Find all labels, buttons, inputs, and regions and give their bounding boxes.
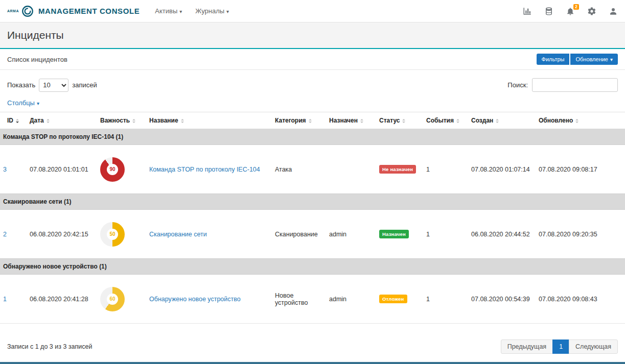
cell-severity: 60 [97,275,146,324]
cell-status: Не назначен [376,145,423,194]
cell-id: 1 [0,275,27,324]
database-icon[interactable] [544,7,553,16]
sort-icon [575,119,578,123]
cell-id: 3 [0,145,27,194]
column-header-events[interactable]: События [423,112,468,129]
search-label: Поиск: [507,81,528,89]
group-title: Команда STOP по протоколу IEC-104 (1) [0,129,625,145]
cell-status: Отложен [376,275,423,324]
update-button[interactable]: Обновление [570,54,618,65]
cell-date: 07.08.2020 01:01:01 [27,145,97,194]
sort-icon [456,119,459,123]
cell-name: Команда STOP по протоколу IEC-104 [146,145,272,194]
cell-assignee: admin [326,210,376,259]
group-title: Обнаружено новое устройство (1) [0,259,625,275]
table-controls: Показать 10 записей Поиск: [0,70,625,97]
cell-category: Новое устройство [272,275,326,324]
cell-severity: 90 [97,145,146,194]
cell-severity: 50 [97,210,146,259]
sort-icon [181,119,184,123]
filters-button[interactable]: Фильтры [537,54,570,65]
cell-assignee: admin [326,275,376,324]
sort-icon [309,119,312,123]
cell-date: 06.08.2020 20:41:28 [27,275,97,324]
cell-name: Сканирование сети [146,210,272,259]
incidents-card: Список инцидентов Фильтры Обновление Пок… [0,49,625,362]
cell-name: Обнаружено новое устройство [146,275,272,324]
column-header-assignee[interactable]: Назначен [326,112,376,129]
column-header-id[interactable]: ID [0,112,27,129]
menu-assets[interactable]: Активы [155,7,182,15]
top-navbar: ARMA MANAGEMENT CONSOLE Активы Журналы 2 [0,0,625,22]
navbar-icons: 2 [523,7,618,16]
gear-icon[interactable] [587,7,596,16]
card-title: Список инцидентов [7,56,67,63]
next-page-button[interactable]: Следующая [569,339,618,354]
sort-icon [16,119,19,123]
search-input[interactable] [532,78,618,92]
cell-category: Атака [272,145,326,194]
cell-status: Назначен [376,210,423,259]
cell-created: 07.08.2020 00:54:39 [468,275,536,324]
incidents-table: ID Дата Важность Название Категория Назн… [0,112,625,324]
status-badge: Назначен [379,230,409,238]
page-titlebar: Инциденты [0,22,625,49]
page-title: Инциденты [7,29,64,41]
entries-label: записей [72,81,97,89]
group-title: Сканирование сети (1) [0,194,625,210]
cell-events: 1 [423,145,468,194]
column-header-created[interactable]: Создан [468,112,536,129]
cell-assignee [326,145,376,194]
show-entries: Показать 10 записей [7,79,97,92]
status-badge: Не назначен [379,165,416,174]
incident-name-link[interactable]: Команда STOP по протоколу IEC-104 [149,166,260,173]
incident-name-link[interactable]: Сканирование сети [149,231,207,238]
cell-updated: 07.08.2020 09:20:35 [536,210,625,259]
brand[interactable]: ARMA MANAGEMENT CONSOLE [7,5,140,18]
incident-id-link[interactable]: 2 [3,231,7,238]
arma-spiral-logo-icon [21,5,34,18]
incident-id-link[interactable]: 1 [3,296,7,303]
show-label: Показать [7,81,35,89]
severity-value: 50 [109,231,115,237]
sort-icon [402,119,405,123]
cell-date: 06.08.2020 20:42:15 [27,210,97,259]
group-header-row: Команда STOP по протоколу IEC-104 (1) [0,129,625,145]
column-header-name[interactable]: Название [146,112,272,129]
cell-id: 2 [0,210,27,259]
cell-created: 06.08.2020 20:44:52 [468,210,536,259]
column-header-date[interactable]: Дата [27,112,97,129]
incident-name-link[interactable]: Обнаружено новое устройство [149,296,241,303]
column-header-status[interactable]: Статус [376,112,423,129]
cell-events: 1 [423,275,468,324]
bell-icon[interactable]: 2 [566,7,575,16]
page-size-select[interactable]: 10 [39,79,68,92]
user-icon[interactable] [609,7,618,16]
severity-donut-chart: 90 [100,157,125,182]
severity-donut-chart: 50 [100,222,125,247]
table-row: 2 06.08.2020 20:42:15 50 Сканирование се… [0,210,625,259]
bottom-accent-bar [0,362,625,364]
chart-icon[interactable] [523,7,532,16]
column-header-category[interactable]: Категория [272,112,326,129]
columns-button[interactable]: Столбцы [7,99,39,107]
cell-updated: 07.08.2020 09:08:17 [536,145,625,194]
previous-page-button[interactable]: Предыдущая [501,339,553,354]
arma-logo-text: ARMA [7,9,19,13]
column-header-updated[interactable]: Обновлено [536,112,625,129]
incident-id-link[interactable]: 3 [3,166,7,173]
status-badge: Отложен [379,295,407,303]
cell-category: Сканирование [272,210,326,259]
brand-title: MANAGEMENT CONSOLE [38,7,140,15]
pagination: Предыдущая 1 Следующая [501,339,618,354]
severity-donut-chart: 60 [100,287,125,311]
notification-count-badge: 2 [573,4,579,10]
page-number-button[interactable]: 1 [552,339,569,354]
menu-logs[interactable]: Журналы [195,7,229,15]
card-header-buttons: Фильтры Обновление [537,54,618,65]
card-header: Список инцидентов Фильтры Обновление [0,49,625,70]
sort-icon [132,119,135,123]
column-header-severity[interactable]: Важность [97,112,146,129]
main-menu: Активы Журналы [155,7,229,15]
table-row: 3 07.08.2020 01:01:01 90 Команда STOP по… [0,145,625,194]
